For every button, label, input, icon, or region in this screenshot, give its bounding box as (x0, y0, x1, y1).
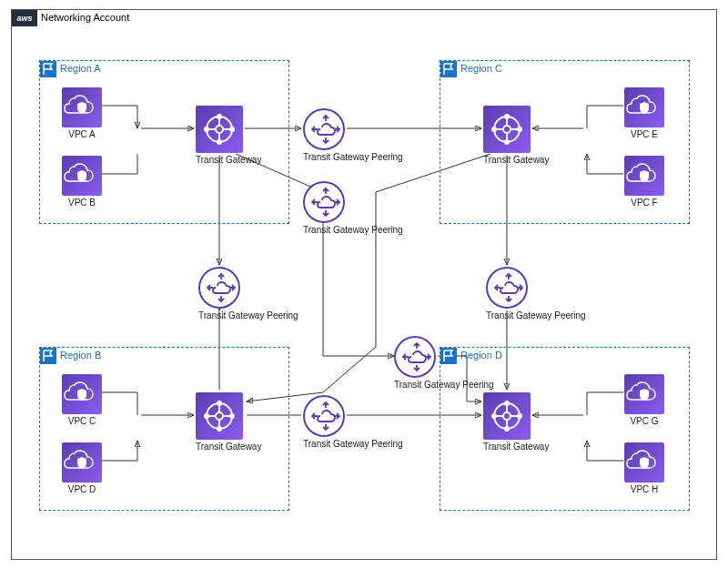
vpc-c: VPC C (62, 374, 102, 426)
vpc-b: VPC B (62, 156, 102, 208)
container-title: Networking Account (41, 12, 129, 23)
vpc-f: VPC F (624, 156, 664, 208)
region-c-title: Region C (460, 63, 502, 74)
cloud-arrows-icon (198, 267, 240, 309)
aws-logo-icon: aws (12, 10, 37, 26)
vpc-f-label: VPC F (624, 198, 664, 208)
peering-bd-label: Transit Gateway Peering (303, 439, 403, 449)
cloud-arrows-icon (303, 395, 345, 437)
peering-ad-label: Transit Gateway Peering (394, 380, 494, 390)
region-a-title: Region A (60, 63, 101, 74)
vpc-e: VPC E (624, 87, 664, 139)
peering-ab-label: Transit Gateway Peering (198, 310, 298, 320)
cloud-shield-icon (62, 442, 102, 483)
vpc-h-label: VPC H (624, 484, 664, 494)
hub-spoke-icon (196, 392, 243, 440)
vpc-a-label: VPC A (62, 129, 102, 139)
tgw-b-label: Transit Gateway (196, 442, 261, 452)
peering-cd: Transit Gateway Peering (486, 267, 586, 320)
cloud-arrows-icon (303, 108, 345, 150)
vpc-b-label: VPC B (62, 198, 102, 208)
vpc-d: VPC D (62, 442, 102, 494)
hub-spoke-icon (483, 106, 531, 153)
hub-spoke-icon (196, 106, 243, 153)
transit-gateway-a: Transit Gateway (196, 106, 261, 165)
tgw-d-label: Transit Gateway (483, 442, 549, 452)
flag-icon (40, 61, 56, 77)
peering-ac-label: Transit Gateway Peering (303, 152, 403, 162)
cloud-arrows-icon (486, 267, 528, 309)
vpc-h: VPC H (624, 442, 664, 494)
vpc-e-label: VPC E (624, 129, 664, 139)
cloud-shield-icon (624, 374, 664, 414)
vpc-a: VPC A (62, 87, 102, 139)
cloud-shield-icon (62, 374, 102, 414)
cloud-shield-icon (62, 156, 102, 196)
vpc-c-label: VPC C (62, 416, 102, 426)
transit-gateway-c: Transit Gateway (483, 106, 549, 165)
cloud-shield-icon (624, 156, 664, 196)
peering-ad: Transit Gateway Peering (394, 336, 494, 390)
vpc-g-label: VPC G (624, 416, 664, 426)
tgw-c-label: Transit Gateway (483, 155, 549, 165)
peering-ac: Transit Gateway Peering (303, 108, 403, 162)
flag-icon (40, 348, 56, 364)
hub-spoke-icon (483, 392, 531, 440)
peering-bd: Transit Gateway Peering (303, 395, 403, 449)
vpc-g: VPC G (624, 374, 664, 426)
networking-account-container: aws Networking Account (11, 9, 717, 560)
cloud-shield-icon (624, 442, 664, 483)
transit-gateway-b: Transit Gateway (196, 392, 261, 452)
peering-bc-label: Transit Gateway Peering (303, 225, 403, 235)
peering-ab: Transit Gateway Peering (198, 267, 298, 320)
tgw-a-label: Transit Gateway (196, 155, 261, 165)
transit-gateway-d: Transit Gateway (483, 392, 549, 452)
region-b-title: Region B (60, 350, 101, 361)
cloud-arrows-icon (394, 336, 436, 378)
cloud-shield-icon (624, 87, 664, 127)
vpc-d-label: VPC D (62, 484, 102, 494)
cloud-shield-icon (62, 87, 102, 127)
peering-cd-label: Transit Gateway Peering (486, 310, 586, 320)
peering-bc: Transit Gateway Peering (303, 181, 403, 235)
flag-icon (440, 61, 457, 77)
cloud-arrows-icon (303, 181, 345, 223)
